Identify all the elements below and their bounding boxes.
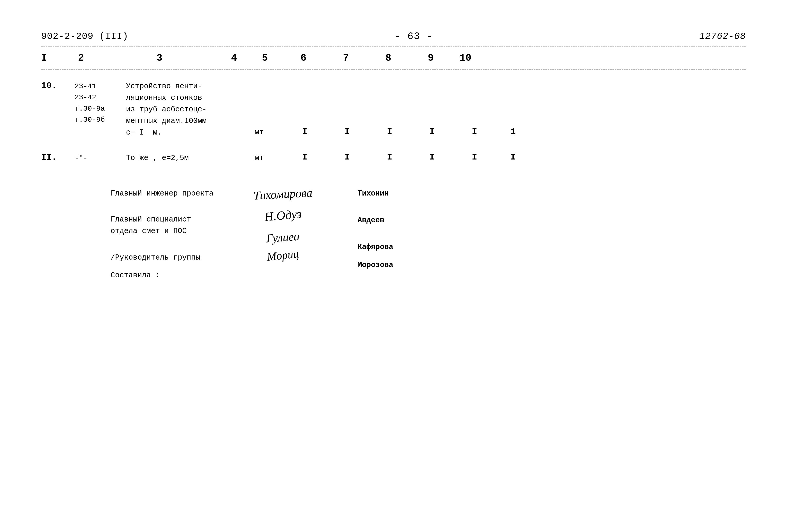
entry-val-10-8: I	[409, 127, 455, 136]
entry-desc-10: Устройство венти- ляционных стояков из т…	[126, 80, 255, 139]
chief-engineer-label: Главный инженер проекта	[111, 187, 219, 200]
col-header-3: 3	[100, 52, 219, 64]
entry-codes-10: 23-41 23-42 т.30-9а т.30-9б	[75, 80, 126, 139]
entry-val-11-10: I	[494, 152, 532, 162]
page: 902-2-209 (III) - 63 - 12762-08 I 2 3 4 …	[0, 0, 787, 532]
page-number: - 63 -	[395, 31, 433, 42]
entry-codes-11: -"-	[75, 151, 126, 164]
entry-val-10-7: I	[370, 127, 409, 136]
signatures-block: Главный инженер проекта Главный специали…	[111, 187, 746, 282]
col-header-9: 9	[411, 52, 450, 64]
doc-number-left: 902-2-209 (III)	[41, 31, 128, 42]
columns-header-row: I 2 3 4 5 6 7 8 9 10	[41, 47, 746, 69]
entry-unit-10: мт	[255, 80, 285, 139]
entry-val-11-6: I	[324, 152, 370, 162]
col-header-10: 10	[450, 52, 481, 64]
entry-val-10-5: I	[285, 127, 324, 136]
entry-val-11-9: I	[455, 152, 494, 162]
entry-val-11-7: I	[370, 152, 409, 162]
entry-number-10: 10.	[41, 80, 75, 139]
group-leader-signature: Гулиеа	[239, 228, 327, 247]
col-header-5: 5	[250, 52, 280, 64]
chief-engineer-signature: Тихомирова	[239, 185, 327, 203]
entry-val-11-5: I	[285, 152, 324, 162]
content-area: 10. 23-41 23-42 т.30-9а т.30-9б Устройст…	[41, 69, 746, 164]
compiler-label: Составила :	[111, 269, 219, 282]
header-row: 902-2-209 (III) - 63 - 12762-08	[41, 31, 746, 42]
entry-val-10-10: 1	[494, 127, 532, 136]
chief-specialist-label: Главный специалистотдела смет и ПОС	[111, 214, 219, 237]
compiler-name: Морозова	[358, 259, 393, 271]
table-row: 10. 23-41 23-42 т.30-9а т.30-9б Устройст…	[41, 80, 746, 139]
chief-specialist-name: Авдеев	[358, 214, 393, 227]
entry-desc-11: То же , е=2,5м	[126, 151, 255, 164]
col-header-6: 6	[280, 52, 327, 64]
entry-val-11-8: I	[409, 152, 455, 162]
col-header-8: 8	[365, 52, 411, 64]
sig-names: Тихонин Авдеев Кафярова Морозова	[358, 187, 393, 271]
col-header-7: 7	[327, 52, 365, 64]
sig-handwritings: Тихомирова Н.Одуз Гулиеа Мориц	[239, 187, 337, 262]
group-leader-label: /Руководитель группы	[111, 251, 219, 264]
entry-number-11: II.	[41, 151, 75, 164]
chief-specialist-signature: Н.Одуз	[239, 204, 327, 226]
entry-val-10-6: I	[324, 127, 370, 136]
col-header-1: I	[41, 52, 62, 64]
col-header-4: 4	[219, 52, 250, 64]
table-row: II. -"- То же , е=2,5м мт I I I I I I	[41, 151, 746, 164]
chief-engineer-name: Тихонин	[358, 187, 393, 200]
col-header-2: 2	[62, 52, 100, 64]
entry-unit-11: мт	[255, 151, 285, 164]
doc-number-right: 12762-08	[699, 31, 746, 42]
compiler-signature: Мориц	[239, 244, 327, 266]
entry-val-10-9: I	[455, 127, 494, 136]
entry-values-11: I I I I I I	[285, 151, 746, 164]
sig-labels: Главный инженер проекта Главный специали…	[111, 187, 219, 282]
group-leader-name: Кафярова	[358, 241, 393, 253]
entry-values-10: I I I I I 1	[285, 80, 746, 139]
